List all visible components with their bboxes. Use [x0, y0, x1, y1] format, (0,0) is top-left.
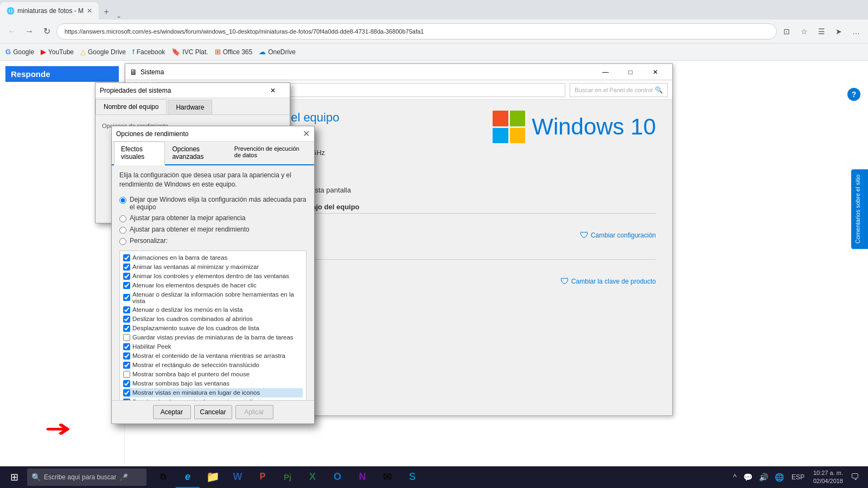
reading-view-button[interactable]: ⊡ — [779, 24, 794, 39]
refresh-button[interactable]: ↻ — [39, 24, 54, 39]
checkbox-item-8[interactable]: Guardar vistas previas de miniaturas de … — [123, 333, 303, 342]
rendimiento-close-button[interactable]: ✕ — [303, 129, 310, 139]
checkbox-input-14[interactable] — [123, 389, 130, 396]
tab-efectos-visuales[interactable]: Efectos visuales — [114, 142, 165, 165]
microphone-icon[interactable]: 🎤 — [119, 473, 128, 481]
network-icon[interactable]: 🌐 — [773, 472, 786, 483]
minimize-button[interactable]: — — [593, 64, 618, 80]
bookmark-youtube[interactable]: ▶ YouTube — [41, 48, 74, 56]
checkbox-item-2[interactable]: Animar los controles y elementos dentro … — [123, 272, 303, 281]
change-config-button[interactable]: 🛡 Cambiar configuración — [580, 230, 656, 240]
apply-button[interactable]: Aplicar — [235, 405, 273, 419]
checkbox-item-7[interactable]: Desplazamiento suave de los cuadros de l… — [123, 324, 303, 333]
checkbox-item-5[interactable]: Atenuar o deslizar los menús en la vista — [123, 305, 303, 314]
tab-opciones-avanzadas[interactable]: Opciones avanzadas — [165, 142, 227, 164]
radio-input-3[interactable] — [119, 227, 126, 234]
checkbox-input-12[interactable] — [123, 371, 130, 378]
checkbox-item-0[interactable]: Animaciones en la barra de tareas — [123, 253, 303, 262]
checkbox-input-6[interactable] — [123, 316, 130, 323]
clock[interactable]: 10:27 a. m. 02/04/2018 — [810, 468, 846, 487]
checkbox-item-12[interactable]: Mostrar sombra bajo el puntero del mouse — [123, 370, 303, 379]
checkbox-input-7[interactable] — [123, 325, 130, 332]
new-tab-button[interactable]: + — [99, 4, 114, 20]
taskbar-powerpoint[interactable]: P — [251, 466, 275, 488]
start-button[interactable]: ⊞ — [2, 466, 26, 488]
action-center-icon[interactable]: 🗨 — [848, 471, 861, 483]
checkbox-item-11[interactable]: Mostrar el rectángulo de selección trans… — [123, 361, 303, 370]
sistema-search[interactable]: Buscar en el Panel de control 🔍 — [570, 83, 668, 97]
taskbar-excel[interactable]: X — [301, 466, 324, 488]
checkbox-input-0[interactable] — [123, 254, 130, 261]
taskbar-project[interactable]: Pj — [276, 466, 299, 488]
language-indicator[interactable]: ESP — [788, 472, 808, 482]
bookmark-google[interactable]: G Google — [5, 48, 34, 56]
address-bar[interactable] — [56, 23, 777, 40]
taskbar-explorer[interactable]: 📁 — [201, 466, 225, 488]
back-button[interactable]: ← — [4, 24, 20, 39]
systray-expand[interactable]: ^ — [731, 472, 739, 483]
propiedades-close[interactable]: ✕ — [260, 82, 285, 99]
checkbox-input-9[interactable] — [123, 343, 130, 350]
checkbox-item-9[interactable]: Habilitar Peek — [123, 342, 303, 351]
checkbox-item-10[interactable]: Mostrar el contenido de la ventana mient… — [123, 351, 303, 361]
bookmark-facebook[interactable]: f Facebook — [132, 48, 165, 56]
bookmark-button[interactable]: ☆ — [796, 24, 812, 39]
taskbar-outlook[interactable]: O — [326, 466, 349, 488]
checkbox-input-8[interactable] — [123, 334, 130, 341]
close-button[interactable]: ✕ — [643, 64, 668, 80]
radio-input-4[interactable] — [119, 238, 126, 245]
checkbox-input-3[interactable] — [123, 282, 130, 289]
radio-option-3[interactable]: Ajustar para obtener el mejor rendimient… — [119, 226, 307, 234]
notification-icon[interactable]: 💬 — [741, 472, 755, 483]
tab-nombre-equipo[interactable]: Nombre del equipo — [95, 99, 167, 114]
change-config-link[interactable]: Cambiar configuración — [591, 232, 656, 239]
checkbox-input-10[interactable] — [123, 352, 130, 359]
tab-hardware[interactable]: Hardware — [168, 100, 212, 114]
feedback-sidebar[interactable]: Comentarios sobre el sitio — [851, 169, 868, 249]
bookmark-gdrive[interactable]: △ Google Drive — [80, 48, 126, 56]
checkbox-item-13[interactable]: Mostrar sombras bajo las ventanas — [123, 379, 303, 388]
share-button[interactable]: ➤ — [831, 24, 846, 39]
checkbox-input-5[interactable] — [123, 306, 130, 313]
radio-option-2[interactable]: Ajustar para obtener la mejor apariencia — [119, 214, 307, 222]
checkbox-item-3[interactable]: Atenuar los elementos después de hacer c… — [123, 281, 303, 290]
checkbox-item-14[interactable]: Mostrar vistas en miniatura en lugar de … — [123, 388, 303, 397]
taskbar-edge[interactable]: e — [176, 466, 200, 488]
cancel-button[interactable]: Cancelar — [194, 405, 232, 419]
radio-input-1[interactable] — [119, 197, 126, 204]
checkbox-input-13[interactable] — [123, 380, 130, 387]
volume-icon[interactable]: 🔊 — [757, 472, 770, 483]
change-key-link[interactable]: Cambiar la clave de producto — [571, 278, 656, 285]
taskbar-task-view[interactable]: ⧉ — [151, 466, 175, 488]
taskbar-onenote[interactable]: N — [350, 466, 374, 488]
checkbox-input-1[interactable] — [123, 264, 130, 271]
bookmark-onedrive[interactable]: ☁ OneDrive — [259, 48, 296, 56]
taskbar-skype[interactable]: S — [400, 466, 424, 488]
bookmark-office365[interactable]: ⊞ Office 365 — [215, 48, 252, 56]
tab-chevron[interactable]: ⌄ — [114, 12, 124, 20]
taskbar-word[interactable]: W — [226, 466, 250, 488]
tab-close-button[interactable]: ✕ — [87, 7, 92, 15]
checkbox-input-11[interactable] — [123, 362, 130, 369]
checkbox-input-4[interactable] — [123, 294, 130, 301]
checkbox-item-6[interactable]: Deslizar los cuadros combinados al abrir… — [123, 314, 303, 324]
checkbox-input-2[interactable] — [123, 273, 130, 280]
help-button[interactable]: ? — [847, 88, 860, 101]
change-key-button[interactable]: 🛡 Cambiar la clave de producto — [560, 277, 656, 286]
checkbox-item-4[interactable]: Atenuar o deslizar la información sobre … — [123, 290, 303, 305]
maximize-button[interactable]: □ — [618, 64, 643, 80]
taskbar-mail[interactable]: ✉ — [375, 466, 399, 488]
radio-option-4[interactable]: Personalizar: — [119, 237, 307, 245]
radio-option-1[interactable]: Dejar que Windows elija la configuración… — [119, 196, 307, 211]
hub-button[interactable]: ☰ — [814, 24, 829, 39]
search-box[interactable]: 🔍 Escribe aquí para buscar 🎤 — [27, 468, 146, 486]
bookmark-ivc[interactable]: 🔖 IVC Plat. — [171, 48, 208, 56]
accept-button[interactable]: Aceptar — [153, 405, 191, 419]
forward-button[interactable]: → — [22, 24, 37, 39]
radio-input-2[interactable] — [119, 215, 126, 222]
tab-prevencion[interactable]: Prevención de ejecución de datos — [227, 142, 312, 164]
more-button[interactable]: … — [848, 24, 864, 39]
checkbox-item-1[interactable]: Animar las ventanas al minimizar y maxim… — [123, 262, 303, 272]
tab-title: miniaturas de fotos - M — [17, 7, 84, 15]
active-tab[interactable]: 🌐 miniaturas de fotos - M ✕ — [0, 2, 99, 20]
